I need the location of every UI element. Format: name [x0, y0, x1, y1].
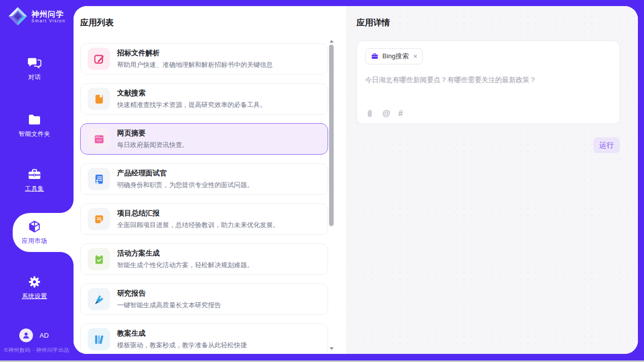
tool-chip-label: Bing搜索 — [382, 52, 409, 61]
app-name: 招标文件解析 — [117, 49, 273, 58]
sidebar-item-label: 工具集 — [25, 185, 44, 193]
app-desc: 全面回顾项目进展，总结经验教训，助力未来优化发展。 — [117, 221, 279, 230]
avatar — [19, 329, 33, 342]
sidebar-item-app-market[interactable]: 应用市场 — [0, 220, 69, 245]
app-name: 教案生成 — [117, 329, 247, 338]
sidebar-item-label: 智能文件夹 — [19, 130, 51, 138]
browser-code-icon: </> — [88, 128, 110, 150]
scroll-down-arrow[interactable] — [329, 346, 334, 351]
sidebar: 神州问学 Smart Vision 对话 智能文件夹 工具集 应用市场 系统设置… — [0, 0, 74, 362]
scroll-up-arrow[interactable] — [329, 39, 334, 44]
paperclip-icon[interactable] — [365, 109, 374, 118]
sidebar-item-label: 对话 — [28, 73, 41, 82]
brand-logo: 神州问学 Smart Vision — [8, 7, 65, 26]
tool-chip-bing-search[interactable]: Bing搜索 × — [365, 48, 423, 64]
clipboard-check-icon — [88, 248, 110, 270]
list-item[interactable]: 研究报告 一键智能生成高质量长文本研究报告 — [80, 283, 328, 315]
app-desc: 一键智能生成高质量长文本研究报告 — [117, 301, 221, 310]
gem-logo-icon — [8, 7, 27, 26]
prompt-card[interactable]: Bing搜索 × 今日湖北有哪些新闻要点？有哪些需要关注的最新政策？ @ # — [356, 41, 620, 124]
gear-icon — [27, 275, 42, 289]
hash-icon[interactable]: # — [399, 109, 403, 118]
books-icon — [88, 328, 110, 350]
sidebar-item-system-settings[interactable]: 系统设置 — [0, 275, 69, 301]
list-item[interactable]: 文献搜索 快速精准查找学术资源，提高研究效率的必备工具。 — [80, 83, 328, 115]
app-desc: 每日政府新闻资讯快查。 — [117, 141, 189, 150]
sidebar-item-label: 应用市场 — [22, 237, 47, 245]
app-desc: 模板驱动，教案秒成，教学准备从此轻松快捷 — [117, 341, 247, 350]
copyright-text: ©神州数码 · 神州问学出品 — [4, 347, 69, 354]
sidebar-item-label: 系统设置 — [22, 292, 47, 301]
brand-tagline: Smart Vision — [31, 18, 65, 23]
ink-pen-icon — [88, 288, 110, 310]
list-item[interactable]: 产品经理面试官 明确身份和职责，为您提供专业性的面试问题。 — [80, 163, 328, 195]
app-name: 研究报告 — [117, 289, 221, 298]
person-icon — [22, 331, 30, 340]
app-detail-panel: 应用详情 Bing搜索 × 今日湖北有哪些新闻要点？有哪些需要关注的最新政策？ … — [346, 6, 638, 354]
app-name: 产品经理面试官 — [117, 169, 254, 178]
folder-icon — [27, 113, 42, 127]
app-list-title: 应用列表 — [80, 17, 114, 28]
scrollbar-thumb[interactable] — [329, 45, 334, 226]
list-item[interactable]: 活动方案生成 智能生成个性化活动方案，轻松解决规划难题。 — [80, 243, 328, 275]
app-desc: 明确身份和职责，为您提供专业性的面试问题。 — [117, 181, 254, 190]
app-list: 招标文件解析 帮助用户快速、准确地理解和解析招标书中的关键信息 文献搜索 快速精… — [80, 42, 328, 354]
sidebar-item-toolkit[interactable]: 工具集 — [0, 167, 69, 193]
user-account[interactable]: AD — [19, 329, 49, 342]
cube-icon — [27, 220, 42, 234]
user-initials: AD — [40, 332, 49, 339]
svg-text:</>: </> — [96, 138, 101, 142]
list-item[interactable]: 招标文件解析 帮助用户快速、准确地理解和解析招标书中的关键信息 — [80, 43, 328, 75]
book-icon — [88, 88, 110, 110]
sidebar-item-chat[interactable]: 对话 — [0, 56, 69, 82]
attachment-toolbar: @ # — [365, 109, 403, 118]
list-item[interactable]: 教案生成 模板驱动，教案秒成，教学准备从此轻松快捷 — [80, 323, 328, 354]
close-icon[interactable]: × — [413, 53, 417, 60]
app-list-panel: 应用列表 招标文件解析 帮助用户快速、准确地理解和解析招标书中的关键信息 文献搜… — [74, 6, 346, 354]
interview-doc-icon — [88, 168, 110, 190]
run-button[interactable]: 运行 — [593, 137, 620, 153]
brand-name: 神州问学 — [31, 10, 65, 18]
briefcase-icon — [371, 52, 379, 60]
app-detail-title: 应用详情 — [356, 17, 390, 28]
scrollbar[interactable] — [329, 39, 334, 351]
sidebar-item-smart-folders[interactable]: 智能文件夹 — [0, 113, 69, 138]
app-desc: 智能生成个性化活动方案，轻松解决规划难题。 — [117, 261, 254, 270]
app-name: 活动方案生成 — [117, 249, 254, 258]
sticky-note-icon — [88, 208, 110, 230]
main-content: 应用列表 招标文件解析 帮助用户快速、准确地理解和解析招标书中的关键信息 文献搜… — [74, 6, 638, 354]
app-desc: 快速精准查找学术资源，提高研究效率的必备工具。 — [117, 101, 266, 110]
pen-square-icon — [88, 48, 110, 70]
list-item[interactable]: </> 网页摘要 每日政府新闻资讯快查。 — [80, 123, 328, 155]
toolbox-icon — [27, 167, 42, 182]
chat-icon — [27, 56, 42, 70]
list-item[interactable]: 项目总结汇报 全面回顾项目进展，总结经验教训，助力未来优化发展。 — [80, 203, 328, 235]
mention-icon[interactable]: @ — [382, 109, 390, 118]
app-name: 文献搜索 — [117, 89, 266, 98]
prompt-input[interactable]: 今日湖北有哪些新闻要点？有哪些需要关注的最新政策？ — [365, 76, 612, 85]
app-name: 网页摘要 — [117, 129, 189, 138]
app-name: 项目总结汇报 — [117, 209, 279, 218]
app-desc: 帮助用户快速、准确地理解和解析招标书中的关键信息 — [117, 61, 273, 69]
